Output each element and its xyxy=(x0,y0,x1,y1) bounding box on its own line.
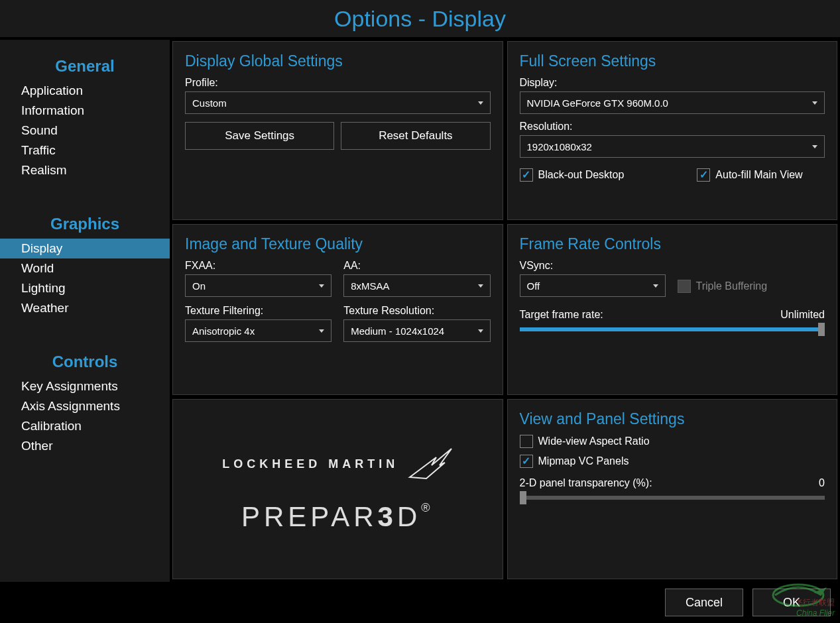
fxaa-select[interactable]: On xyxy=(185,274,331,297)
panel-view-settings: View and Panel Settings Wide-view Aspect… xyxy=(507,399,838,579)
resolution-select[interactable]: 1920x1080x32 xyxy=(520,135,825,158)
prepar3d-logo: PREPAR3D® xyxy=(241,501,434,533)
panel-image-quality: Image and Texture Quality FXAA: On AA: 8… xyxy=(172,224,503,395)
main-content: Display Global Settings Profile: Custom … xyxy=(170,38,840,582)
transparency-label: 2-D panel transparency (%): xyxy=(520,477,652,489)
transparency-value: 0 xyxy=(819,477,825,489)
sidebar-group-graphics: Graphics xyxy=(0,209,170,239)
sidebar-item-information[interactable]: Information xyxy=(0,101,170,121)
triple-buffering-label: Triple Buffering xyxy=(696,280,768,292)
cancel-button[interactable]: Cancel xyxy=(665,589,743,616)
header: Options - Display xyxy=(0,0,840,38)
sidebar-item-sound[interactable]: Sound xyxy=(0,121,170,141)
panel-frame-rate: Frame Rate Controls VSync: Off Triple Bu… xyxy=(507,224,838,395)
sidebar-group-general: General xyxy=(0,52,170,81)
lockheed-martin-logo: LOCKHEED MARTIN xyxy=(222,445,453,482)
display-select[interactable]: NVIDIA GeForce GTX 960M.0.0 xyxy=(520,91,825,114)
panel-title-view-settings: View and Panel Settings xyxy=(520,410,825,428)
texture-resolution-label: Texture Resolution: xyxy=(343,305,490,317)
resolution-value: 1920x1080x32 xyxy=(527,141,592,152)
texture-filtering-value: Anisotropic 4x xyxy=(192,325,255,337)
caret-down-icon xyxy=(812,145,817,148)
sidebar-item-other[interactable]: Other xyxy=(0,436,170,456)
sidebar-item-key-assignments[interactable]: Key Assignments xyxy=(0,376,170,396)
sidebar-item-application[interactable]: Application xyxy=(0,81,170,101)
sidebar: General Application Information Sound Tr… xyxy=(0,38,170,582)
caret-down-icon xyxy=(653,284,658,288)
panel-global-settings: Display Global Settings Profile: Custom … xyxy=(172,41,503,220)
prepar3d-digit: 3 xyxy=(378,501,397,532)
caret-down-icon xyxy=(319,329,324,333)
vsync-value: Off xyxy=(527,280,540,292)
aa-value: 8xMSAA xyxy=(351,280,389,292)
caret-down-icon xyxy=(478,101,483,105)
caret-down-icon xyxy=(478,284,483,288)
autofill-main-view-checkbox[interactable] xyxy=(697,168,710,182)
texture-filtering-label: Texture Filtering: xyxy=(185,305,331,317)
fxaa-value: On xyxy=(192,280,206,292)
footer: Cancel OK xyxy=(0,582,840,623)
caret-down-icon xyxy=(478,329,483,333)
ok-button[interactable]: OK xyxy=(752,589,831,616)
triple-buffering-checkbox xyxy=(678,280,691,293)
panel-logo: LOCKHEED MARTIN PREPAR3D® xyxy=(172,399,503,579)
aa-select[interactable]: 8xMSAA xyxy=(343,274,490,297)
panel-title-global: Display Global Settings xyxy=(185,52,491,70)
vsync-select[interactable]: Off xyxy=(520,274,666,297)
profile-label: Profile: xyxy=(185,77,491,89)
page-title: Options - Display xyxy=(334,6,506,32)
body: General Application Information Sound Tr… xyxy=(0,38,840,582)
texture-resolution-select[interactable]: Medium - 1024x1024 xyxy=(343,319,490,342)
target-frame-rate-label: Target frame rate: xyxy=(520,309,603,321)
profile-select[interactable]: Custom xyxy=(185,91,491,114)
sidebar-item-realism[interactable]: Realism xyxy=(0,160,170,180)
star-icon xyxy=(406,445,453,482)
sidebar-item-axis-assignments[interactable]: Axis Assignments xyxy=(0,396,170,416)
display-value: NVIDIA GeForce GTX 960M.0.0 xyxy=(527,97,668,109)
sidebar-item-weather[interactable]: Weather xyxy=(0,298,170,318)
reset-defaults-button[interactable]: Reset Defaults xyxy=(341,122,490,150)
prepar3d-prefix: PREPAR xyxy=(241,501,378,532)
panel-title-image-quality: Image and Texture Quality xyxy=(185,235,491,253)
save-settings-button[interactable]: Save Settings xyxy=(185,122,334,150)
prepar3d-suffix: D xyxy=(397,501,421,532)
sidebar-item-lighting[interactable]: Lighting xyxy=(0,278,170,298)
panel-fullscreen: Full Screen Settings Display: NVIDIA GeF… xyxy=(507,41,838,220)
mipmap-vc-checkbox[interactable] xyxy=(520,455,533,468)
target-frame-rate-slider[interactable] xyxy=(520,327,825,331)
slider-thumb-icon[interactable] xyxy=(520,491,526,504)
blackout-desktop-checkbox[interactable] xyxy=(520,168,533,182)
display-label: Display: xyxy=(520,77,825,89)
transparency-slider[interactable] xyxy=(520,496,825,500)
vsync-label: VSync: xyxy=(520,260,666,272)
wide-view-checkbox[interactable] xyxy=(520,435,533,448)
sidebar-group-controls: Controls xyxy=(0,347,170,376)
registered-icon: ® xyxy=(421,501,434,514)
resolution-label: Resolution: xyxy=(520,121,825,133)
sidebar-item-calibration[interactable]: Calibration xyxy=(0,416,170,436)
autofill-main-view-label: Auto-fill Main View xyxy=(715,169,802,181)
aa-label: AA: xyxy=(343,260,490,272)
panel-title-fullscreen: Full Screen Settings xyxy=(520,52,825,70)
sidebar-item-traffic[interactable]: Traffic xyxy=(0,141,170,160)
panel-title-frame-rate: Frame Rate Controls xyxy=(520,235,825,253)
caret-down-icon xyxy=(812,101,817,105)
mipmap-vc-label: Mipmap VC Panels xyxy=(538,455,629,467)
sidebar-item-display[interactable]: Display xyxy=(0,239,170,258)
profile-value: Custom xyxy=(192,97,227,109)
sidebar-item-world[interactable]: World xyxy=(0,258,170,278)
wide-view-label: Wide-view Aspect Ratio xyxy=(538,435,650,447)
blackout-desktop-label: Black-out Desktop xyxy=(538,169,625,181)
texture-filtering-select[interactable]: Anisotropic 4x xyxy=(185,319,331,342)
target-frame-rate-value: Unlimited xyxy=(780,309,825,321)
texture-resolution-value: Medium - 1024x1024 xyxy=(351,325,444,337)
slider-thumb-icon[interactable] xyxy=(818,323,825,336)
lockheed-martin-text: LOCKHEED MARTIN xyxy=(222,457,398,471)
caret-down-icon xyxy=(319,284,324,288)
fxaa-label: FXAA: xyxy=(185,260,331,272)
